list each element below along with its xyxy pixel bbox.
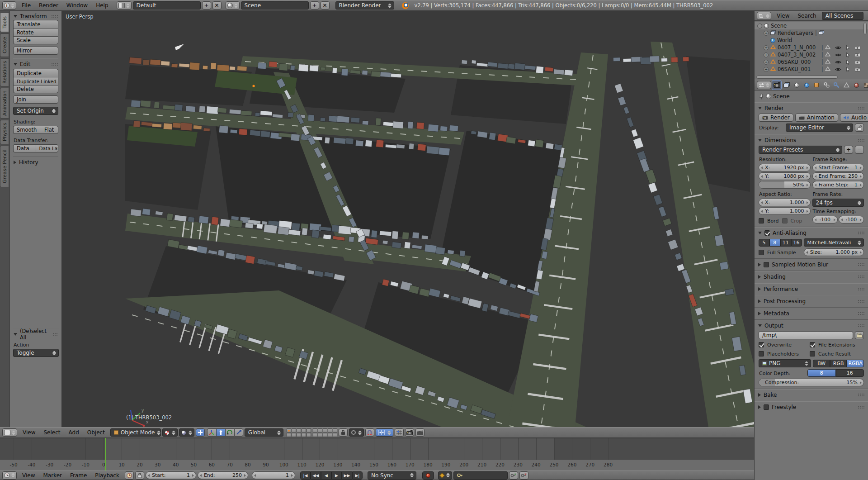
panel-bake[interactable]: Bake [755, 390, 868, 399]
current-frame-field[interactable]: 1 [252, 471, 295, 479]
selectability-cursor-icon[interactable] [846, 60, 850, 65]
panel-drag-dots[interactable] [858, 312, 864, 315]
scene-name[interactable]: Scene [241, 1, 309, 10]
screen-layout-name[interactable]: Default [133, 1, 201, 10]
anti-aliasing-checkbox[interactable] [764, 230, 770, 236]
visibility-eye-icon[interactable] [835, 53, 841, 57]
depth-8[interactable]: 8 [807, 369, 835, 377]
panel-drag-dots[interactable] [858, 299, 864, 303]
aa-sample-5[interactable]: 5 [759, 239, 769, 247]
outliner-item-0407_3_n_002[interactable]: +0407_3_N_002| [755, 51, 868, 58]
set-origin-dropdown[interactable]: Set Origin [13, 107, 58, 115]
layer-cell[interactable] [328, 433, 332, 437]
start-frame-field[interactable]: Start Frame:1 [812, 164, 864, 171]
snap-toggle-button[interactable] [365, 428, 374, 437]
expander-minus-icon[interactable]: − [757, 24, 762, 29]
aspect-x-field[interactable]: X:1.000 [759, 199, 811, 206]
timeline-menu-marker[interactable]: Marker [39, 471, 66, 480]
panel-freestyle[interactable]: Freestyle [755, 403, 868, 412]
topbar-menu-window[interactable]: Window [62, 0, 92, 10]
delete-keyframe-button[interactable] [519, 471, 528, 480]
opengl-render-anim-button[interactable] [415, 428, 425, 437]
shade-flat-button[interactable]: Flat [40, 126, 58, 134]
renderability-camera-icon[interactable] [855, 67, 860, 71]
panel-post-processing[interactable]: Post Processing [755, 297, 868, 306]
add-layout-button[interactable]: + [202, 1, 211, 10]
render-still-button[interactable]: Render [759, 114, 793, 122]
layer-cell[interactable] [302, 428, 306, 432]
outliner-vscrollbar[interactable] [863, 23, 867, 34]
timeline-canvas[interactable] [0, 438, 754, 460]
lock-to-scene-button[interactable] [339, 428, 348, 437]
render-audio-button[interactable]: Audio [840, 114, 868, 122]
autokey-mode-dropdown[interactable] [438, 471, 452, 480]
timeline-menu-playback[interactable]: Playback [91, 471, 123, 480]
panel-transform[interactable]: Transform [13, 11, 58, 20]
delete-scene-button[interactable]: ✕ [321, 1, 330, 10]
channel-rgb[interactable]: RGB [830, 360, 847, 367]
scene-browse[interactable] [226, 1, 240, 10]
keying-set-field[interactable] [453, 471, 508, 480]
freestyle-checkbox[interactable] [764, 404, 769, 410]
layer-cell[interactable] [292, 433, 296, 437]
expander-plus-icon[interactable]: + [764, 45, 769, 50]
layer-cell[interactable] [302, 433, 306, 437]
panel-drag-dots[interactable] [858, 287, 864, 291]
panel-sampled-motion-blur[interactable]: Sampled Motion Blur [755, 260, 868, 269]
duplicate-linked-button[interactable]: Duplicate Linked [13, 77, 58, 85]
snap-element-dropdown[interactable] [376, 428, 393, 437]
record-button[interactable] [422, 471, 434, 480]
layer-cell[interactable] [333, 428, 337, 432]
view3d-menu-select[interactable]: Select [39, 428, 64, 437]
outliner-item-0407_1_n_000[interactable]: +0407_1_N_000| [755, 44, 868, 51]
insert-keyframe-button[interactable] [509, 471, 518, 480]
aa-sample-16[interactable]: 16 [791, 239, 802, 247]
full-sample-checkbox[interactable] [759, 250, 764, 255]
add-preset-button[interactable]: + [844, 146, 853, 154]
editor-type-3dview[interactable] [2, 428, 17, 437]
delete-layout-button[interactable]: ✕ [212, 1, 222, 10]
editor-type-properties[interactable] [757, 81, 771, 89]
outliner-hscrollbar[interactable] [756, 76, 838, 79]
expander-plus-icon[interactable]: + [764, 52, 769, 57]
panel-shading[interactable]: Shading [755, 272, 868, 281]
file-format-dropdown[interactable]: PNG [759, 359, 811, 367]
expander-plus-icon[interactable]: + [764, 67, 769, 72]
remove-preset-button[interactable]: − [855, 146, 864, 154]
motion-blur-checkbox[interactable] [764, 262, 769, 267]
editor-type-outliner[interactable] [757, 12, 771, 20]
manipulator-axis-button[interactable] [207, 428, 216, 437]
layer-cell[interactable] [313, 433, 317, 437]
outliner-item-06saku_000[interactable]: +06SAKU_000| [755, 58, 868, 66]
jump-to-end-button[interactable]: ▶| [352, 471, 363, 480]
layer-cell[interactable] [313, 428, 317, 432]
panel-performance[interactable]: Performance [755, 285, 868, 294]
overwrite-checkbox[interactable] [759, 342, 764, 347]
panel-drag-dots[interactable] [858, 231, 864, 235]
panel-drag-dots[interactable] [858, 393, 864, 397]
display-lock-button[interactable] [855, 124, 864, 132]
panel-drag-dots[interactable] [858, 106, 864, 110]
remap-new-field[interactable]: :100 [839, 216, 864, 223]
visibility-eye-icon[interactable] [835, 46, 841, 50]
compression-slider[interactable]: Compression:15% [759, 379, 864, 386]
view3d-menu-view[interactable]: View [19, 428, 39, 437]
sidebar-tab-create[interactable]: Create [0, 33, 9, 57]
data-transfer-data-button[interactable]: Data [13, 144, 36, 152]
render-presets-dropdown[interactable]: Render Presets [759, 146, 842, 154]
renderability-camera-icon[interactable] [855, 60, 860, 64]
next-keyframe-button[interactable]: ▶▶ [342, 471, 352, 480]
panel-drag-dots[interactable] [858, 405, 864, 409]
editor-type-timeline[interactable] [2, 471, 17, 480]
sidebar-tab-grease-pencil[interactable]: Grease Pencil [0, 146, 9, 187]
panel-edit[interactable]: Edit [13, 60, 58, 69]
add-scene-button[interactable]: + [310, 1, 319, 10]
tab-constraints[interactable] [822, 81, 831, 90]
tab-modifiers[interactable] [832, 81, 841, 90]
sidebar-tab-relations[interactable]: Relations [0, 58, 9, 86]
selectability-cursor-icon[interactable] [846, 52, 850, 57]
layer-cell[interactable] [287, 433, 291, 437]
prev-keyframe-button[interactable]: ◀◀ [311, 471, 321, 480]
outliner-menu-view[interactable]: View [773, 11, 793, 20]
topbar-menu-help[interactable]: Help [92, 0, 112, 10]
